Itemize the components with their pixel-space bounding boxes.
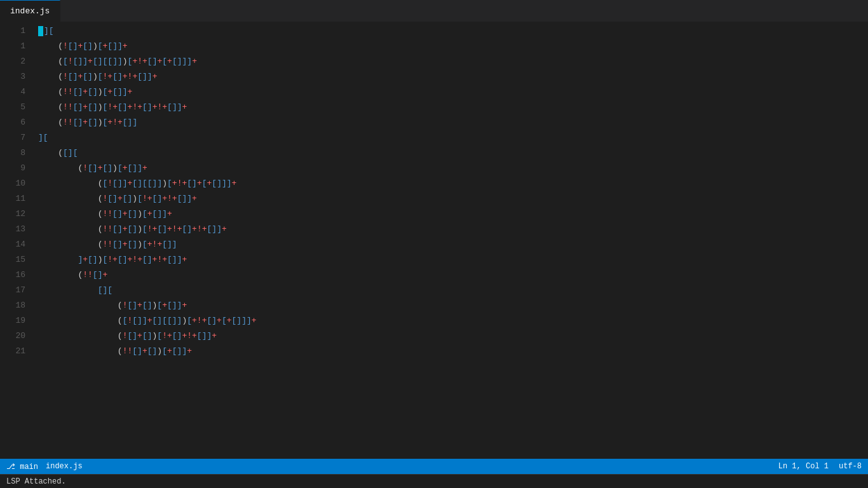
line-number: 5 [0, 100, 25, 115]
editor-area: 1123456789101112131415161718192021 ][ (!… [0, 22, 868, 459]
line-number: 9 [0, 161, 25, 176]
line-number: 16 [0, 268, 25, 283]
tab-label: index.js [10, 6, 50, 16]
code-line: (![] + [])[+[]] + [38, 161, 868, 176]
line-number: 6 [0, 115, 25, 130]
code-content[interactable]: ][ (![] + [])[+[]] + ([![]] + [][[]])[+!… [32, 22, 868, 459]
line-number: 13 [0, 222, 25, 237]
line-number: 14 [0, 237, 25, 252]
lsp-notification: LSP Attached. [6, 477, 66, 486]
line-number: 8 [0, 146, 25, 161]
line-number: 18 [0, 298, 25, 313]
line-number: 21 [0, 344, 25, 359]
line-number: 20 [0, 329, 25, 344]
code-line: (!![] + [])[+[]] + [38, 207, 868, 222]
line-number: 1 [0, 24, 25, 39]
code-line: (!![] + [])[+!+[]] [38, 115, 868, 130]
code-line: ][ [38, 130, 868, 146]
code-line: (![] + [])[!+[] + !+[]] + [38, 191, 868, 207]
code-line: ([![]] + [][[]])[+!+[] + [+[]]] + [38, 54, 868, 69]
code-line: (!![] + [])[+[]] + [38, 344, 868, 359]
text-cursor [38, 26, 43, 36]
code-line: (!![] + [])[+[]] + [38, 85, 868, 100]
code-line: ([![]] + [][[]])[+!+[] + [+[]]] + [38, 313, 868, 329]
code-line: ([![]] + [][[]])[+!+[] + [+[]]] + [38, 176, 868, 191]
file-encoding: utf-8 [839, 462, 862, 471]
branch-name: main [20, 463, 38, 471]
line-number: 3 [0, 69, 25, 85]
active-tab[interactable]: index.js [0, 0, 60, 22]
line-number: 15 [0, 252, 25, 268]
code-line: (![] + [])[!+[] + !+[]] + [38, 329, 868, 344]
code-line: (!![] + [38, 268, 868, 283]
code-line: ([][ [38, 146, 868, 161]
line-number: 17 [0, 283, 25, 298]
branch-indicator[interactable]: ⎇ main [6, 462, 38, 471]
line-number: 1 [0, 39, 25, 54]
code-line: (![] + [])[+[]] + [38, 298, 868, 313]
line-numbers: 1123456789101112131415161718192021 [0, 22, 32, 459]
code-line: [][ [38, 283, 868, 298]
code-line: (!![] + [])[+!+[]] [38, 237, 868, 252]
code-line: (![] + [])[!+[] + !+[]] + [38, 69, 868, 85]
line-number: 2 [0, 54, 25, 69]
code-line: ] + [])[!+[] + !+[] + !+[]] + [38, 252, 868, 268]
line-number: 10 [0, 176, 25, 191]
status-bar: ⎇ main index.js Ln 1, Col 1 utf-8 [0, 459, 868, 474]
code-line: (![] + [])[+[]] + [38, 39, 868, 54]
status-left: ⎇ main index.js [6, 462, 83, 471]
status-right: Ln 1, Col 1 utf-8 [778, 462, 862, 471]
line-number: 19 [0, 313, 25, 329]
notification-bar: LSP Attached. [0, 474, 868, 488]
git-branch-icon: ⎇ [6, 463, 20, 471]
tab-bar: index.js [0, 0, 868, 22]
code-line: (!![] + [])[!+[] + !+[] + !+[]] + [38, 100, 868, 115]
cursor-position: Ln 1, Col 1 [778, 462, 829, 471]
line-number: 7 [0, 130, 25, 146]
line-number: 11 [0, 191, 25, 207]
code-line: ][ [38, 24, 868, 39]
code-line: (!![] + [])[!+[] + !+[] + !+[]] + [38, 222, 868, 237]
line-number: 12 [0, 207, 25, 222]
filename-status: index.js [46, 462, 83, 471]
line-number: 4 [0, 85, 25, 100]
